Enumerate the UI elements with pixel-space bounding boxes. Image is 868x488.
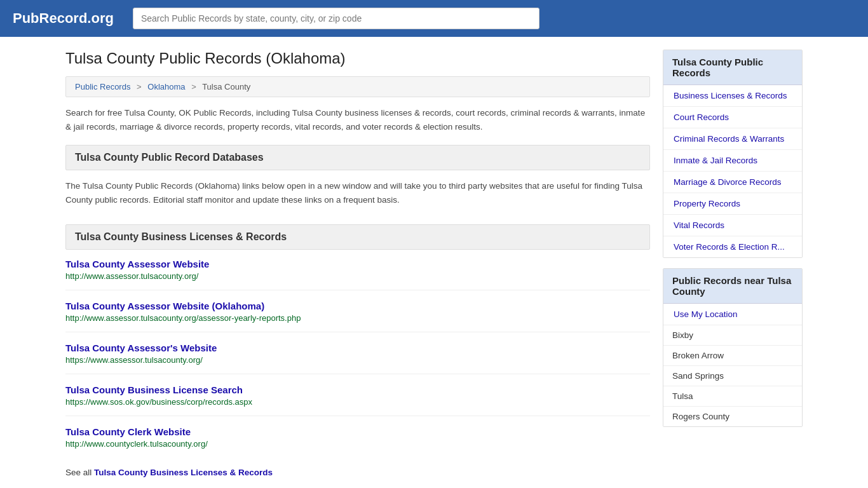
sidebar-nearby-rogers-county[interactable]: Rogers County bbox=[663, 407, 802, 426]
record-url: http://www.assessor.tulsacounty.org/asse… bbox=[65, 313, 650, 323]
sidebar: Tulsa County Public Records Business Lic… bbox=[663, 50, 803, 477]
page-title: Tulsa County Public Records (Oklahoma) bbox=[65, 50, 650, 67]
record-link[interactable]: Tulsa County Assessor's Website bbox=[65, 342, 217, 353]
site-header: PubRecord.org bbox=[0, 0, 868, 37]
sidebar-nearby-bixby[interactable]: Bixby bbox=[663, 325, 802, 346]
record-url: http://www.countyclerk.tulsacounty.org/ bbox=[65, 439, 650, 449]
sidebar-item-criminal-records[interactable]: Criminal Records & Warrants bbox=[663, 128, 802, 150]
record-url: https://www.assessor.tulsacounty.org/ bbox=[65, 355, 650, 365]
record-entry: Tulsa County Business License Search htt… bbox=[65, 384, 650, 416]
see-all-line: See all Tulsa County Business Licenses &… bbox=[65, 468, 650, 477]
record-entry: Tulsa County Assessor Website http://www… bbox=[65, 259, 650, 290]
record-link[interactable]: Tulsa County Assessor Website bbox=[65, 259, 209, 269]
site-logo[interactable]: PubRecord.org bbox=[13, 10, 114, 27]
record-title: Tulsa County Assessor's Website bbox=[65, 342, 650, 353]
db-intro: The Tulsa County Public Records (Oklahom… bbox=[65, 179, 650, 213]
sidebar-nearby-broken-arrow[interactable]: Broken Arrow bbox=[663, 346, 802, 366]
breadcrumb-link-1[interactable]: Public Records bbox=[75, 82, 130, 92]
sidebar-item-court-records[interactable]: Court Records bbox=[663, 107, 802, 128]
sidebar-item-inmate-records[interactable]: Inmate & Jail Records bbox=[663, 150, 802, 172]
sidebar-nearby-box: Public Records near Tulsa County Use My … bbox=[663, 268, 803, 427]
breadcrumb: Public Records > Oklahoma > Tulsa County bbox=[65, 76, 650, 97]
breadcrumb-link-2[interactable]: Oklahoma bbox=[147, 82, 185, 92]
record-url: http://www.assessor.tulsacounty.org/ bbox=[65, 271, 650, 281]
sidebar-nearby-sand-springs[interactable]: Sand Springs bbox=[663, 366, 802, 386]
intro-text: Search for free Tulsa County, OK Public … bbox=[65, 106, 650, 133]
content-area: Tulsa County Public Records (Oklahoma) P… bbox=[65, 50, 650, 477]
sidebar-item-property-records[interactable]: Property Records bbox=[663, 193, 802, 215]
record-entry: Tulsa County Clerk Website http://www.co… bbox=[65, 426, 650, 458]
record-link[interactable]: Tulsa County Clerk Website bbox=[65, 426, 191, 437]
sidebar-item-marriage-records[interactable]: Marriage & Divorce Records bbox=[663, 172, 802, 193]
sidebar-item-vital-records[interactable]: Vital Records bbox=[663, 215, 802, 236]
breadcrumb-sep-1: > bbox=[137, 82, 142, 92]
main-wrapper: Tulsa County Public Records (Oklahoma) P… bbox=[53, 37, 815, 488]
sidebar-nearby-header: Public Records near Tulsa County bbox=[663, 269, 802, 304]
record-url-link[interactable]: http://www.assessor.tulsacounty.org/asse… bbox=[65, 313, 301, 323]
record-url-link[interactable]: http://www.assessor.tulsacounty.org/ bbox=[65, 271, 198, 281]
sidebar-main-header: Tulsa County Public Records bbox=[663, 50, 802, 85]
sidebar-item-voter-records[interactable]: Voter Records & Election R... bbox=[663, 236, 802, 257]
breadcrumb-sep-2: > bbox=[191, 82, 196, 92]
use-my-location-link[interactable]: Use My Location bbox=[663, 304, 802, 325]
breadcrumb-current: Tulsa County bbox=[202, 82, 250, 92]
record-title: Tulsa County Assessor Website (Oklahoma) bbox=[65, 301, 650, 311]
record-url: https://www.sos.ok.gov/business/corp/rec… bbox=[65, 397, 650, 407]
record-list: Tulsa County Assessor Website http://www… bbox=[65, 259, 650, 458]
see-all-prefix: See all bbox=[65, 468, 94, 477]
record-title: Tulsa County Clerk Website bbox=[65, 426, 650, 437]
record-url-link[interactable]: http://www.countyclerk.tulsacounty.org/ bbox=[65, 439, 208, 449]
see-all-link[interactable]: Tulsa County Business Licenses & Records bbox=[94, 468, 273, 477]
sidebar-main-box: Tulsa County Public Records Business Lic… bbox=[663, 50, 803, 258]
record-url-link[interactable]: https://www.assessor.tulsacounty.org/ bbox=[65, 355, 203, 365]
record-link[interactable]: Tulsa County Business License Search bbox=[65, 384, 243, 395]
search-input[interactable] bbox=[133, 8, 539, 29]
record-title: Tulsa County Business License Search bbox=[65, 384, 650, 395]
sidebar-nearby-items: Use My Location Bixby Broken Arrow Sand … bbox=[663, 304, 802, 426]
sidebar-nearby-tulsa[interactable]: Tulsa bbox=[663, 386, 802, 407]
record-link[interactable]: Tulsa County Assessor Website (Oklahoma) bbox=[65, 301, 264, 311]
record-entry: Tulsa County Assessor's Website https://… bbox=[65, 342, 650, 374]
search-bar bbox=[133, 8, 539, 29]
record-url-link[interactable]: https://www.sos.ok.gov/business/corp/rec… bbox=[65, 397, 252, 407]
sidebar-main-items: Business Licenses & Records Court Record… bbox=[663, 85, 802, 257]
record-title: Tulsa County Assessor Website bbox=[65, 259, 650, 269]
sidebar-item-business-licenses[interactable]: Business Licenses & Records bbox=[663, 85, 802, 107]
record-entry: Tulsa County Assessor Website (Oklahoma)… bbox=[65, 301, 650, 332]
business-section-header: Tulsa County Business Licenses & Records bbox=[65, 224, 650, 250]
db-section-header: Tulsa County Public Record Databases bbox=[65, 145, 650, 170]
